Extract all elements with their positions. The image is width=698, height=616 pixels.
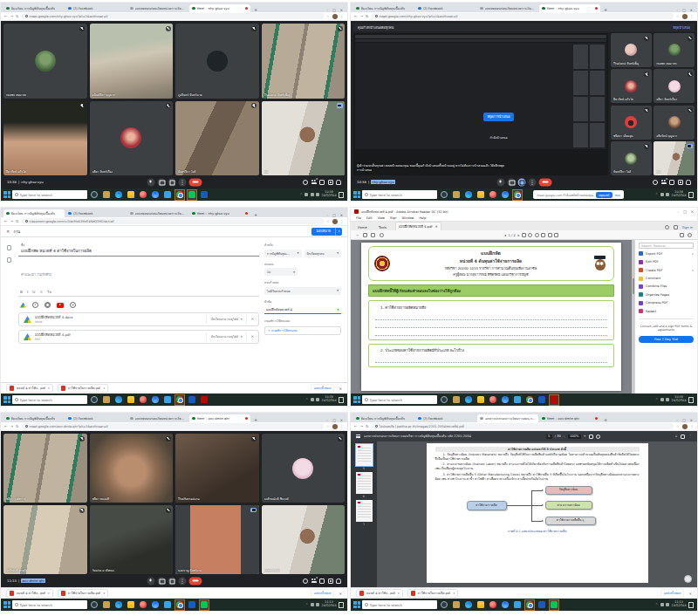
taskbar-app[interactable] [476, 599, 486, 611]
forward-button[interactable]: → [360, 424, 364, 428]
bookmark-icon[interactable]: ☆ [326, 219, 330, 223]
taskbar-app[interactable] [451, 394, 462, 406]
menu-view[interactable]: View [378, 216, 385, 220]
taskbar-app[interactable] [512, 599, 523, 611]
taskbar-app[interactable] [113, 599, 124, 611]
taskbar-app[interactable] [101, 189, 112, 201]
video-tile[interactable]: อลิลรัตน์ บุญมาก [654, 106, 695, 140]
tray-icon[interactable] [666, 603, 669, 606]
notification-icon[interactable] [665, 225, 669, 229]
self-video-tile[interactable]: คุณ [654, 141, 695, 175]
taskbar-clock[interactable]: 10:3824/5/2564 [322, 191, 337, 198]
meeting-details-icon[interactable] [303, 578, 308, 584]
video-tile[interactable]: Thailand จันทร์เพ็ญ [611, 33, 652, 67]
video-tile[interactable]: วรรักษ์วดี สายบัว [3, 505, 87, 574]
tray-icon[interactable] [311, 193, 314, 196]
italic-button[interactable]: I [27, 290, 28, 294]
more-icon[interactable]: ⋮ [688, 435, 692, 438]
taskbar-app[interactable] [500, 394, 510, 406]
page-thumbnail[interactable] [356, 472, 373, 494]
remove-attachment-icon[interactable]: ✕ [246, 315, 254, 324]
close-downloads-icon[interactable]: ✕ [339, 387, 342, 391]
video-tile[interactable]: กมลพร สมมาตร [654, 33, 695, 67]
tool-combine-files[interactable]: Combine Files [639, 284, 694, 290]
bookmark-icon[interactable]: ☆ [326, 14, 330, 18]
bookmark-icon[interactable]: ☆ [676, 424, 680, 428]
self-video-tile[interactable]: คุณ [262, 101, 346, 176]
drive-attach-icon[interactable] [20, 303, 26, 308]
tab-meet[interactable]: Meet – aov-dmte-qhr [189, 414, 250, 422]
tab-quiz[interactable]: แบบทดสอบก่อนเรียนหน่วยการเรียนรู้ที่ 4 [127, 4, 188, 12]
bookmark-star-icon[interactable]: ☆ [356, 233, 359, 237]
taskbar-app[interactable] [451, 599, 462, 611]
taskbar-app[interactable] [138, 599, 148, 611]
tool-redact[interactable]: Redact [639, 308, 694, 314]
mic-button[interactable] [147, 577, 154, 585]
students-select[interactable]: นักเรียนทุกคน▾ [305, 250, 342, 257]
tab-meet[interactable]: Meet – nhy-gkso-vyu [539, 4, 600, 12]
taskbar-app[interactable] [150, 189, 161, 201]
video-tile[interactable]: Thailand จันทร์เพ็ญ [262, 24, 346, 99]
leave-call-button[interactable] [188, 577, 202, 585]
video-tile[interactable]: อนันต์ธิดา บุญมาก [90, 24, 174, 99]
back-button[interactable]: ← [4, 424, 8, 428]
captions-button[interactable] [157, 577, 165, 585]
back-button[interactable]: ← [4, 14, 8, 18]
tab-facebook[interactable]: (2) Facebook [415, 414, 476, 422]
taskbar-app[interactable] [199, 189, 209, 201]
attachment-row[interactable]: แบบฝึกหัดหน่วยที่ 4.pdf PDF นักเรียนสามา… [18, 330, 259, 344]
tool-organize-pages[interactable]: Organize Pages [639, 291, 694, 298]
link-attach-icon[interactable] [44, 302, 51, 308]
menu-help[interactable]: Help [419, 216, 426, 220]
stop-presenting-link[interactable]: หยุดนำเสนอ [673, 25, 690, 31]
close-downloads-icon[interactable]: ✕ [688, 592, 692, 596]
zoom-out-icon[interactable] [528, 233, 532, 237]
tab-meet[interactable]: Meet – nhy-gkso-vyu [189, 4, 250, 12]
taskbar-app-active[interactable] [524, 599, 535, 611]
close-button[interactable]: ✕ [691, 209, 694, 214]
taskbar-app-active[interactable] [549, 394, 559, 406]
profile-avatar[interactable] [332, 219, 338, 224]
assign-dropdown-caret[interactable]: ▾ [335, 228, 342, 236]
tab-classroom[interactable]: ห้องเรียน การบัญชีต้นทุนเบื้องต้น [3, 4, 65, 12]
download-item[interactable]: ค่าใช้จ่ายในการผลิต.pdf▾ [58, 589, 108, 598]
permission-dropdown[interactable]: นักเรียนสามารถดูไฟล์▾ [206, 332, 243, 341]
menu-window[interactable]: Window [402, 216, 414, 220]
action-center-icon[interactable] [688, 602, 694, 608]
present-button[interactable] [168, 577, 175, 585]
profile-avatar[interactable] [682, 424, 688, 429]
profile-avatar[interactable] [332, 14, 338, 19]
present-button[interactable] [168, 178, 175, 186]
taskbar-app[interactable] [89, 394, 99, 406]
chat-icon[interactable] [319, 180, 325, 185]
tray-icon[interactable] [316, 603, 319, 606]
tab-facebook[interactable]: (2) Facebook [415, 4, 476, 12]
add-rubric-button[interactable]: + เกณฑ์การให้คะแนน [264, 326, 341, 335]
tab-quiz[interactable]: แบบทดสอบก่อนเรียนหน่วยการเรียนรู้ที่ 4 [127, 209, 188, 217]
start-button[interactable] [353, 601, 360, 608]
tool-compress-pdf[interactable]: Compress PDF [639, 300, 694, 306]
url-box[interactable]: meet.google.com/aov-dmte-qhr?pli=1&authu… [22, 423, 325, 429]
url-box[interactable]: meet.google.com/nhy-gkso-vyu?pli=1&authu… [22, 13, 325, 19]
page-input[interactable]: 5 [546, 435, 552, 439]
reload-button[interactable]: ↻ [16, 14, 19, 18]
tray-chevron-icon[interactable]: ^ [655, 193, 658, 196]
show-all-downloads-button[interactable]: แสดงทั้งหมด [311, 384, 335, 394]
taskbar-app[interactable] [463, 394, 474, 406]
clear-format-button[interactable]: Tx [47, 290, 51, 294]
action-center-icon[interactable] [688, 192, 694, 198]
taskbar-app[interactable] [524, 394, 535, 406]
close-tab-icon[interactable]: ✕ [435, 225, 438, 229]
chat-icon[interactable] [319, 578, 325, 584]
download-item[interactable]: ตอนที่ 4 ค่าใช้จ่...pdf▾ [6, 384, 53, 393]
more-options-button[interactable] [178, 178, 186, 186]
remove-attachment-icon[interactable]: ✕ [246, 332, 254, 341]
stop-sharing-button[interactable]: หยุดแชร์ [596, 192, 612, 198]
video-tile[interactable]: จันทร์จิรา ใจดี [611, 141, 652, 175]
action-center-icon[interactable] [339, 192, 344, 198]
zoom-in-button[interactable]: + [584, 435, 586, 438]
forward-button[interactable]: → [10, 14, 14, 18]
video-tile[interactable]: Pawita มาลัยทอง [90, 505, 174, 574]
points-select[interactable]: 10▾ [264, 268, 298, 276]
title-field[interactable]: ชื่อ แบบฝึกหัด หน่วยที่ 4 ค่าใช้จ่ายในกา… [18, 242, 259, 257]
